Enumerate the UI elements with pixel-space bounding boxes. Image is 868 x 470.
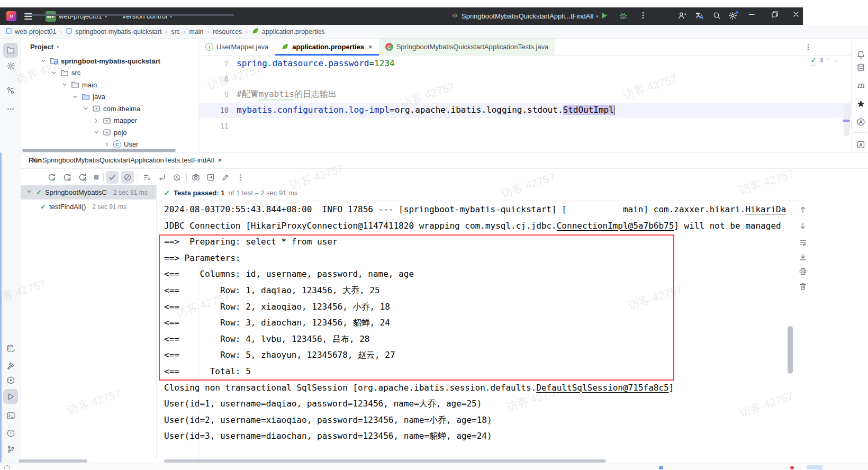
ai-circle-icon[interactable] bbox=[854, 115, 867, 129]
structure-icon[interactable] bbox=[3, 83, 18, 98]
run-configuration-selector[interactable]: SpringbootMybatisQuickstartAppli...tFind… bbox=[451, 7, 599, 25]
editor-tab[interactable]: IUserMapper.java bbox=[199, 39, 275, 55]
breadcrumb-item[interactable]: main bbox=[189, 28, 203, 35]
run-button[interactable] bbox=[600, 7, 609, 25]
test-tree-node[interactable]: ✓SpringbootMybatisC2 sec 91 ms bbox=[21, 185, 156, 200]
close-icon[interactable]: × bbox=[368, 43, 373, 51]
terminal-tool-icon[interactable] bbox=[3, 408, 18, 423]
chevron-down-icon[interactable] bbox=[93, 129, 100, 136]
more-tool-windows-icon[interactable] bbox=[3, 102, 18, 116]
import-test-results-button[interactable] bbox=[204, 171, 217, 184]
tree-node[interactable]: mapper bbox=[21, 115, 198, 127]
chevron-down-icon[interactable] bbox=[40, 57, 47, 65]
notifications-bell-icon[interactable] bbox=[854, 48, 867, 61]
app-logo-icon[interactable]: IJ bbox=[6, 7, 16, 25]
editor-tab[interactable]: CSpringbootMybatisQuickstartApplicationT… bbox=[379, 39, 555, 55]
chevron-up-icon[interactable]: ⌃ bbox=[826, 58, 830, 63]
close-icon[interactable]: × bbox=[218, 156, 222, 164]
breadcrumb-item[interactable]: src bbox=[171, 28, 180, 35]
run-tool-icon[interactable] bbox=[3, 389, 18, 404]
test-history-button[interactable] bbox=[170, 171, 183, 184]
project-horizontal-scrollbar[interactable] bbox=[22, 149, 176, 152]
soft-wrap-icon[interactable] bbox=[797, 237, 809, 248]
tree-node[interactable]: com.itheima bbox=[21, 103, 198, 115]
build-tool-icon[interactable] bbox=[3, 358, 18, 373]
console-link[interactable]: HikariDa bbox=[745, 204, 786, 214]
code-with-me-button[interactable] bbox=[677, 7, 686, 25]
scroll-to-end-icon[interactable] bbox=[797, 251, 809, 263]
snapshot-button[interactable] bbox=[189, 171, 202, 184]
rerun-tests-button[interactable] bbox=[46, 171, 58, 184]
services-tool-icon[interactable] bbox=[3, 373, 18, 387]
rerun-with-debug-button[interactable] bbox=[76, 171, 89, 184]
navigate-with-source-button[interactable] bbox=[156, 171, 168, 184]
clear-console-icon[interactable] bbox=[797, 281, 809, 292]
up-stack-trace-icon[interactable] bbox=[797, 204, 809, 215]
console-link[interactable]: DefaultSqlSession@715fa8c5 bbox=[536, 383, 668, 393]
sort-alphabetically-button[interactable] bbox=[141, 171, 153, 184]
chevron-right-icon[interactable] bbox=[93, 117, 100, 124]
down-stack-trace-icon[interactable] bbox=[797, 220, 809, 232]
main-menu-icon[interactable] bbox=[24, 7, 32, 25]
tree-node[interactable]: pojo bbox=[21, 126, 198, 139]
editor-tab[interactable]: application.properties× bbox=[275, 39, 378, 55]
console-vertical-scrollbar[interactable] bbox=[788, 326, 793, 374]
inspections-widget[interactable]: ✓ 4 ⌃ ⌄ bbox=[811, 56, 838, 64]
editor-tabs-more-icon[interactable] bbox=[804, 43, 812, 53]
editor-line[interactable]: 10mybatis.configuration.log-impl=org.apa… bbox=[199, 103, 851, 119]
maven-icon[interactable]: m bbox=[854, 78, 867, 92]
search-everywhere-button[interactable] bbox=[712, 7, 721, 25]
chevron-right-icon[interactable] bbox=[103, 141, 111, 148]
settings-button[interactable] bbox=[728, 7, 737, 25]
more-actions-button[interactable] bbox=[639, 7, 647, 25]
console-horizontal-scrollbar[interactable] bbox=[164, 459, 606, 463]
run-console[interactable]: 2024-08-03T20:55:43.844+08:00 INFO 17856… bbox=[157, 202, 790, 448]
rerun-failed-tests-button[interactable] bbox=[61, 171, 74, 184]
edit-configuration-button[interactable] bbox=[219, 171, 232, 184]
project-panel-header[interactable]: Project ▾ bbox=[21, 39, 198, 55]
restore-button[interactable] bbox=[767, 7, 782, 22]
problems-tool-icon[interactable] bbox=[3, 426, 18, 440]
close-button[interactable] bbox=[789, 7, 803, 22]
editor-line[interactable]: 8 bbox=[199, 71, 851, 87]
chevron-down-icon[interactable] bbox=[61, 81, 68, 88]
console-link[interactable]: ConnectionImpl@5a7b6b75 bbox=[557, 221, 674, 231]
project-widget[interactable]: WP web-project01 ▾ bbox=[46, 7, 107, 25]
test-tree-node[interactable]: ✓testFindAll()2 sec 91 ms bbox=[21, 200, 156, 214]
chevron-down-icon[interactable] bbox=[82, 105, 89, 112]
editor-line[interactable]: 9#配置myabtis的日志输出 bbox=[199, 87, 851, 103]
minimize-button[interactable] bbox=[744, 7, 759, 22]
editor-line[interactable]: 11 bbox=[199, 118, 851, 134]
run-tab[interactable]: SpringbootMybatisQuickstartApplicationTe… bbox=[25, 152, 227, 168]
vcs-widget[interactable]: Version control ▾ bbox=[122, 7, 173, 25]
stop-button[interactable] bbox=[90, 171, 103, 184]
translation-plugin-icon[interactable] bbox=[854, 138, 867, 151]
tree-node[interactable]: springboot-mybatis-quickstart bbox=[21, 55, 198, 67]
show-passed-toggle[interactable] bbox=[106, 171, 119, 184]
chevron-down-icon[interactable] bbox=[71, 93, 79, 101]
tree-node[interactable]: main bbox=[21, 79, 198, 91]
editor-line[interactable]: 7spring.datasource.password=1234 bbox=[199, 56, 851, 71]
plugin-star-icon[interactable] bbox=[854, 97, 867, 111]
tree-node[interactable]: src bbox=[21, 67, 198, 79]
chevron-down-icon[interactable] bbox=[25, 188, 33, 197]
breadcrumb-item[interactable]: application.properties bbox=[251, 27, 325, 37]
show-ignored-toggle[interactable] bbox=[121, 171, 134, 184]
editor-tab-bar: IUserMapper.javaapplication.properties×C… bbox=[199, 39, 851, 56]
git-tool-icon[interactable] bbox=[3, 441, 18, 456]
translate-button[interactable] bbox=[695, 7, 704, 25]
breadcrumb-item[interactable]: web-project01 bbox=[5, 28, 57, 36]
stripe-settings-icon[interactable] bbox=[3, 58, 18, 73]
project-stripe-icon[interactable] bbox=[3, 43, 18, 58]
tree-node[interactable]: java bbox=[21, 91, 198, 103]
breadcrumb-item[interactable]: resources bbox=[213, 28, 242, 35]
database-tool-icon[interactable] bbox=[3, 341, 18, 356]
database-stripe-icon[interactable] bbox=[854, 60, 867, 74]
debug-button[interactable] bbox=[619, 7, 628, 25]
more-options-icon[interactable] bbox=[234, 171, 247, 184]
chevron-down-icon[interactable]: ⌄ bbox=[834, 58, 838, 63]
print-icon[interactable] bbox=[797, 266, 809, 277]
tree-horizontal-scrollbar[interactable] bbox=[19, 459, 87, 463]
chevron-down-icon[interactable] bbox=[50, 69, 58, 77]
breadcrumb-item[interactable]: springboot-mybatis-quickstart bbox=[66, 28, 161, 36]
